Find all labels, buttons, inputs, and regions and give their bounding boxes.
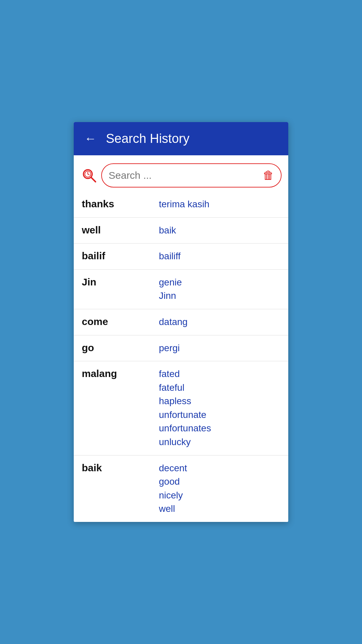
translation-word[interactable]: decent [159,462,280,475]
translation-word[interactable]: unfortunates [159,422,280,435]
source-word: baik [82,462,159,474]
source-word: bailif [82,250,159,262]
history-item[interactable]: thanksterima kasih [74,192,288,218]
translation-word[interactable]: good [159,475,280,489]
history-item[interactable]: gopergi [74,335,288,362]
translations: fatedfatefulhaplessunfortunateunfortunat… [159,367,280,449]
translation-word[interactable]: fated [159,367,280,381]
translations: bailiff [159,250,280,263]
translation-word[interactable]: well [159,502,280,516]
search-bar-row: 🗑 [74,155,288,192]
translation-word[interactable]: baik [159,224,280,237]
translations: baik [159,224,280,237]
history-item[interactable]: baikdecentgoodnicelywell [74,455,288,522]
source-word: go [82,341,159,354]
search-history-icon [80,167,98,184]
translation-word[interactable]: genie [159,276,280,289]
translations: genieJinn [159,276,280,303]
translation-word[interactable]: unlucky [159,435,280,449]
history-item[interactable]: wellbaik [74,218,288,244]
translation-word[interactable]: bailiff [159,250,280,263]
translations: pergi [159,341,280,355]
source-word: thanks [82,198,159,210]
search-input[interactable] [109,170,263,181]
search-input-wrap[interactable]: 🗑 [101,163,282,187]
translation-word[interactable]: fateful [159,381,280,395]
page-title: Search History [106,131,189,146]
history-item[interactable]: malangfatedfatefulhaplessunfortunateunfo… [74,361,288,455]
header: ← Search History [74,122,288,155]
clear-history-button[interactable]: 🗑 [263,169,274,182]
translation-word[interactable]: terima kasih [159,198,280,211]
source-word: come [82,315,159,327]
source-word: Jin [82,276,159,288]
translation-word[interactable]: pergi [159,341,280,355]
svg-line-4 [91,177,96,182]
source-word: well [82,224,159,236]
history-list: thanksterima kasihwellbaikbailifbailiffJ… [74,192,288,522]
translation-word[interactable]: nicely [159,489,280,502]
translation-word[interactable]: Jinn [159,289,280,303]
back-button[interactable]: ← [84,132,97,145]
history-item[interactable]: comedatang [74,309,288,335]
history-item[interactable]: bailifbailiff [74,244,288,270]
translations: terima kasih [159,198,280,211]
history-item[interactable]: JingenieJinn [74,270,288,309]
translation-word[interactable]: datang [159,315,280,329]
translations: decentgoodnicelywell [159,462,280,516]
translation-word[interactable]: unfortunate [159,408,280,422]
source-word: malang [82,367,159,379]
app-card: ← Search History 🗑 thanksterima kasihw [74,122,288,522]
translations: datang [159,315,280,329]
translation-word[interactable]: hapless [159,394,280,408]
